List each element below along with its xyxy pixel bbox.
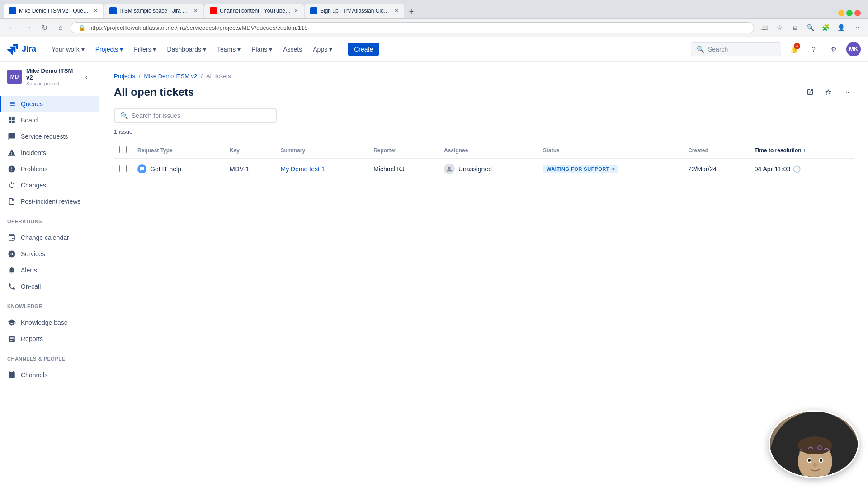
row-summary-cell: My Demo test 1 — [275, 159, 368, 179]
incidents-icon — [7, 148, 16, 157]
sidebar-item-queues[interactable]: Queues — [0, 96, 99, 112]
table-body: Get IT help MDV-1 My Demo test 1 Michael… — [114, 159, 854, 179]
profile-icon[interactable]: 👤 — [835, 21, 847, 34]
extensions-icon[interactable]: 🧩 — [819, 21, 832, 34]
star-button[interactable] — [821, 85, 835, 99]
operations-section-title: OPERATIONS — [0, 213, 99, 226]
status-badge[interactable]: WAITING FOR SUPPORT ▾ — [543, 165, 618, 173]
col-assignee[interactable]: Assignee — [439, 142, 538, 159]
breadcrumb-sep-1: / — [139, 73, 141, 80]
row-created-cell: 22/Mar/24 — [683, 159, 749, 179]
tab-close-2[interactable]: ✕ — [193, 8, 198, 14]
home-button[interactable]: ⌂ — [54, 21, 67, 34]
sidebar-item-alerts[interactable]: Alerts — [0, 262, 99, 278]
nav-assets[interactable]: Assets — [278, 43, 307, 56]
sidebar-item-label-services: Services — [21, 250, 45, 258]
row-status-cell: WAITING FOR SUPPORT ▾ — [538, 159, 683, 179]
refresh-button[interactable]: ↻ — [38, 21, 51, 34]
app-topbar: Jira Your work ▾ Projects ▾ Filters ▾ Da… — [0, 37, 868, 62]
maximize-button[interactable] — [846, 10, 853, 16]
sidebar-item-post-incident[interactable]: Post-incident reviews — [0, 193, 99, 210]
external-link-icon — [807, 89, 814, 96]
browser-tab-2[interactable]: ITSM sample space - Jira Service... ✕ — [104, 4, 203, 18]
sidebar-item-label-channels: Channels — [21, 371, 47, 379]
project-name: Mike Demo ITSM v2 — [26, 67, 76, 81]
sidebar-item-change-calendar[interactable]: Change calendar — [0, 229, 99, 246]
sidebar-item-changes[interactable]: Changes — [0, 177, 99, 193]
sidebar-item-incidents[interactable]: Incidents — [0, 145, 99, 161]
tab-manager-icon[interactable]: ⧉ — [788, 21, 801, 34]
more-actions-button[interactable]: ⋯ — [839, 85, 854, 99]
app-logo[interactable]: Jira — [7, 44, 36, 55]
col-created[interactable]: Created — [683, 142, 749, 159]
browser-tab-3[interactable]: Channel content - YouTube Stu... ✕ — [204, 4, 304, 18]
table-row: Get IT help MDV-1 My Demo test 1 Michael… — [114, 159, 854, 179]
back-button[interactable]: ← — [5, 21, 18, 34]
user-avatar[interactable]: MK — [846, 42, 861, 56]
issue-link[interactable]: My Demo test 1 — [281, 165, 325, 173]
sidebar-item-problems[interactable]: Problems — [0, 161, 99, 177]
help-button[interactable]: ? — [807, 42, 821, 56]
tab-close-3[interactable]: ✕ — [294, 8, 298, 14]
browser-tab-1[interactable]: Mike Demo ITSM v2 - Queues -... ✕ — [4, 4, 103, 18]
browser-tab-4[interactable]: Sign up - Try Atlassian Cloud | A... ✕ — [305, 4, 404, 18]
nav-dashboards[interactable]: Dashboards ▾ — [162, 43, 211, 56]
browser-toolbar-icons: 📖 ☆ ⧉ 🔍 🧩 👤 ⋯ — [758, 21, 863, 34]
more-icon[interactable]: ⋯ — [850, 21, 863, 34]
svg-point-7 — [808, 459, 811, 462]
nav-your-work[interactable]: Your work ▾ — [47, 43, 89, 56]
sidebar-item-knowledge-base[interactable]: Knowledge base — [0, 314, 99, 331]
sidebar-item-label-service-requests: Service requests — [21, 133, 68, 140]
nav-teams[interactable]: Teams ▾ — [212, 43, 245, 56]
reader-mode-icon[interactable]: 📖 — [758, 21, 770, 34]
app-logo-text: Jira — [22, 44, 36, 54]
select-all-checkbox[interactable] — [119, 146, 127, 153]
sidebar-item-on-call[interactable]: On-call — [0, 278, 99, 295]
sidebar-item-service-requests[interactable]: Service requests — [0, 128, 99, 145]
webcam-overlay: p — [769, 410, 859, 478]
bookmark-icon[interactable]: ☆ — [773, 21, 786, 34]
breadcrumb-projects[interactable]: Projects — [114, 73, 135, 80]
open-external-button[interactable] — [803, 85, 817, 99]
minimize-button[interactable] — [838, 10, 844, 16]
request-type-icon — [137, 164, 146, 173]
sidebar-item-board[interactable]: Board — [0, 112, 99, 128]
zoom-icon[interactable]: 🔍 — [804, 21, 816, 34]
sidebar-item-services[interactable]: Services — [0, 246, 99, 262]
issues-search[interactable]: 🔍 — [114, 108, 277, 123]
settings-button[interactable]: ⚙ — [826, 42, 841, 56]
breadcrumb-project[interactable]: Mike Demo ITSM v2 — [144, 73, 198, 80]
search-icon: 🔍 — [697, 46, 704, 53]
svg-point-5 — [798, 436, 832, 454]
nav-apps[interactable]: Apps ▾ — [308, 43, 337, 56]
create-button[interactable]: Create — [348, 43, 379, 56]
col-key[interactable]: Key — [224, 142, 275, 159]
col-request-type[interactable]: Request Type — [132, 142, 224, 159]
search-bar[interactable]: 🔍 Search — [691, 42, 781, 56]
new-tab-button[interactable]: + — [405, 5, 418, 18]
col-time-to-resolution[interactable]: Time to resolution ↑ — [749, 142, 854, 159]
sidebar-item-channels[interactable]: Channels — [0, 367, 99, 383]
nav-plans[interactable]: Plans ▾ — [247, 43, 277, 56]
sidebar-item-reports[interactable]: Reports — [0, 331, 99, 347]
star-icon — [825, 89, 832, 96]
tab-close-4[interactable]: ✕ — [394, 8, 399, 14]
address-bar[interactable]: 🔒 https://projectflowuk.atlassian.net/ji… — [71, 22, 754, 33]
col-summary[interactable]: Summary — [275, 142, 368, 159]
row-reporter-cell: Michael KJ — [368, 159, 439, 179]
close-button[interactable] — [854, 10, 861, 16]
chevron-down-icon: ▾ — [120, 46, 123, 53]
forward-button[interactable]: → — [22, 21, 34, 34]
row-checkbox[interactable] — [119, 165, 127, 172]
nav-projects[interactable]: Projects ▾ — [91, 43, 128, 56]
tab-close-1[interactable]: ✕ — [93, 8, 98, 14]
nav-filters[interactable]: Filters ▾ — [129, 43, 160, 56]
sidebar-collapse-button[interactable]: ‹ — [81, 71, 92, 82]
row-key-cell: MDV-1 — [224, 159, 275, 179]
issues-table: Request Type Key Summary Reporter Assign… — [114, 142, 854, 179]
search-issues-input[interactable] — [132, 112, 270, 119]
col-status[interactable]: Status — [538, 142, 683, 159]
col-reporter[interactable]: Reporter — [368, 142, 439, 159]
svg-point-9 — [820, 459, 822, 462]
notifications-button[interactable]: 🔔 4 — [787, 42, 801, 56]
